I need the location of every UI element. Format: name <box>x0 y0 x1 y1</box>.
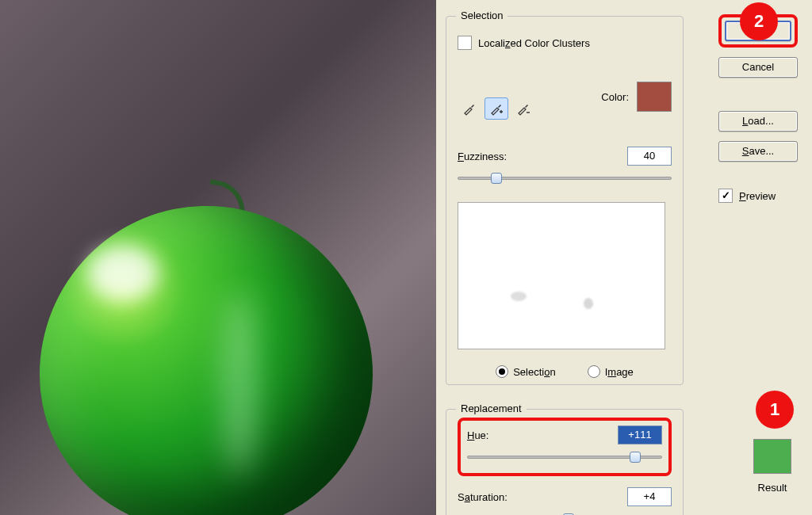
slider-thumb[interactable] <box>630 452 641 463</box>
fuzziness-input[interactable]: 40 <box>627 147 672 166</box>
selection-fieldset: Selection Localized Color Clusters <box>446 16 684 385</box>
radio-icon <box>496 365 508 378</box>
replace-color-dialog: Selection Localized Color Clusters <box>436 0 812 515</box>
replacement-legend: Replacement <box>456 402 527 414</box>
document-preview <box>0 0 436 515</box>
hue-slider[interactable] <box>467 449 662 464</box>
preview-toggle[interactable]: Preview <box>718 189 798 203</box>
localized-row[interactable]: Localized Color Clusters <box>458 36 672 50</box>
slider-thumb[interactable] <box>491 173 502 184</box>
fuzziness-slider[interactable] <box>458 170 672 185</box>
localized-checkbox[interactable] <box>458 36 472 50</box>
load-button[interactable]: Load... <box>718 111 798 132</box>
localized-label: Localized Color Clusters <box>478 37 590 49</box>
preview-smudge <box>584 298 593 309</box>
fuzziness-label: Fuzziness: <box>458 151 507 162</box>
apple-shape <box>40 206 373 515</box>
radio-image[interactable]: Image <box>588 365 634 378</box>
preview-checkbox[interactable] <box>718 189 733 203</box>
eyedropper-icon[interactable] <box>458 97 481 120</box>
radio-image-label: Image <box>605 366 634 378</box>
result-label: Result <box>753 482 791 494</box>
eyedropper-minus-icon[interactable] <box>511 97 535 120</box>
hue-input[interactable]: +111 <box>618 425 662 444</box>
radio-selection[interactable]: Selection <box>496 365 556 378</box>
callout-badge-1: 1 <box>758 393 791 426</box>
preview-label: Preview <box>739 190 776 202</box>
radio-icon <box>588 365 600 378</box>
save-button[interactable]: Save... <box>718 141 798 162</box>
hue-label: Hue: <box>467 429 488 441</box>
color-label: Color: <box>601 91 629 103</box>
selection-preview <box>458 202 665 349</box>
hue-callout-box: Hue: +111 <box>458 418 672 476</box>
saturation-input[interactable]: +4 <box>627 487 672 506</box>
result-swatch[interactable] <box>753 439 791 474</box>
dialog-buttons: OK Cancel Load... Save... Preview <box>718 16 798 203</box>
selection-legend: Selection <box>456 10 508 21</box>
radio-selection-label: Selection <box>513 366 556 378</box>
callout-badge-2: 2 <box>742 5 776 38</box>
result-group: Result <box>753 439 791 494</box>
replacement-fieldset: Replacement Hue: +111 Saturation: +4 <box>446 409 684 515</box>
saturation-label: Saturation: <box>458 491 508 503</box>
sampled-color-swatch[interactable] <box>637 82 672 112</box>
preview-smudge <box>511 292 527 301</box>
saturation-slider[interactable] <box>458 511 672 515</box>
cancel-button[interactable]: Cancel <box>718 57 798 78</box>
eyedropper-group <box>458 97 535 120</box>
eyedropper-plus-icon[interactable] <box>485 97 508 120</box>
slider-track <box>458 177 672 180</box>
